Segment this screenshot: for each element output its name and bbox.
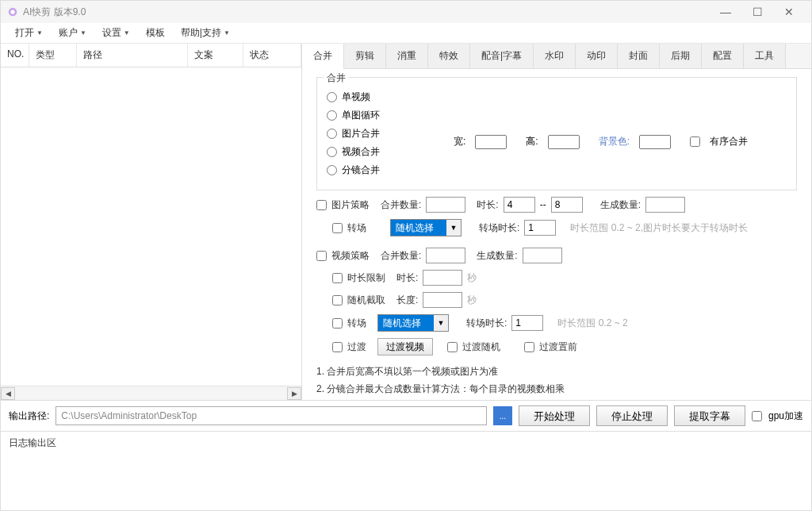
- output-bar: 输出路径: ... 开始处理 停止处理 提取字幕 gpu加速: [1, 400, 811, 431]
- tab-derepeat[interactable]: 消重: [386, 44, 428, 68]
- pic-transition-label: 转场: [347, 221, 366, 235]
- vid-trans-duration-label: 转场时长:: [466, 317, 507, 330]
- chevron-down-icon: ▼: [434, 315, 448, 331]
- tab-config[interactable]: 配置: [702, 44, 744, 68]
- scroll-right-icon[interactable]: ▶: [287, 387, 301, 400]
- limit-duration-checkbox[interactable]: [332, 273, 343, 283]
- menu-help[interactable]: 帮助|支持▼: [176, 24, 235, 42]
- pic-transition-select[interactable]: 随机选择 ▼: [390, 219, 462, 236]
- tab-motion[interactable]: 动印: [576, 44, 618, 68]
- vid-duration-input[interactable]: [423, 270, 462, 286]
- sec-label-1: 秒: [467, 271, 477, 285]
- close-button[interactable]: ✕: [773, 2, 805, 21]
- col-status[interactable]: 状态: [243, 44, 301, 67]
- col-path[interactable]: 路径: [77, 44, 188, 67]
- browse-button[interactable]: ...: [493, 406, 512, 425]
- radio-storyboard-merge[interactable]: [327, 165, 337, 175]
- random-crop-label: 随机截取: [347, 294, 385, 307]
- output-path-label: 输出路径:: [9, 409, 49, 423]
- merge-group-title: 合并: [324, 71, 349, 85]
- fade-front-label: 过渡置前: [539, 340, 577, 354]
- window-title: AI快剪 版本9.0: [23, 6, 86, 19]
- app-icon: [7, 6, 18, 17]
- vid-duration-label: 时长:: [396, 271, 418, 285]
- table-header: NO. 类型 路径 文案 状态: [1, 44, 301, 67]
- titlebar: AI快剪 版本9.0 — ☐ ✕: [1, 1, 811, 23]
- menu-open[interactable]: 打开▼: [10, 24, 48, 42]
- bgcolor-link[interactable]: 背景色:: [599, 135, 630, 148]
- pic-strategy-checkbox[interactable]: [316, 200, 327, 210]
- radio-single-image-loop[interactable]: [327, 110, 337, 121]
- menu-account[interactable]: 账户▼: [54, 24, 91, 42]
- fade-checkbox[interactable]: [332, 342, 343, 352]
- tab-merge[interactable]: 合并: [302, 44, 344, 69]
- vid-merge-count-label: 合并数量:: [381, 249, 421, 263]
- sec-label-2: 秒: [467, 294, 477, 307]
- pic-duration-label: 时长:: [477, 198, 498, 212]
- height-input[interactable]: [548, 135, 580, 149]
- tab-effect[interactable]: 特效: [428, 44, 470, 68]
- menu-settings[interactable]: 设置▼: [98, 24, 135, 42]
- pic-strategy-label: 图片策略: [331, 198, 370, 212]
- pic-duration-to-input[interactable]: [551, 197, 583, 213]
- tab-bar: 合并 剪辑 消重 特效 配音|字幕 水印 动印 封面 后期 配置 工具: [302, 44, 811, 69]
- svg-point-1: [10, 10, 14, 13]
- width-input[interactable]: [475, 135, 507, 149]
- col-no[interactable]: NO.: [1, 44, 29, 67]
- scroll-left-icon[interactable]: ◀: [1, 387, 15, 400]
- pic-hint: 时长范围 0.2 ~ 2,图片时长要大于转场时长: [570, 221, 748, 235]
- vid-transition-label: 转场: [347, 317, 366, 330]
- maximize-button[interactable]: ☐: [741, 2, 773, 21]
- col-type[interactable]: 类型: [29, 44, 77, 67]
- menu-template[interactable]: 模板: [141, 24, 170, 42]
- vid-transition-select[interactable]: 随机选择 ▼: [377, 314, 449, 332]
- fade-video-button[interactable]: 过渡视频: [377, 338, 433, 355]
- tab-cover[interactable]: 封面: [618, 44, 660, 68]
- horizontal-scrollbar[interactable]: ◀ ▶: [1, 386, 301, 400]
- fade-label: 过渡: [347, 340, 366, 354]
- pic-gen-count-input[interactable]: [645, 197, 685, 213]
- ordered-merge-checkbox[interactable]: [690, 136, 700, 147]
- random-crop-checkbox[interactable]: [332, 295, 343, 305]
- pic-duration-from-input[interactable]: [504, 197, 535, 213]
- extract-subtitle-button[interactable]: 提取字幕: [674, 405, 745, 426]
- width-label: 宽:: [454, 135, 465, 148]
- log-area: 日志输出区: [1, 431, 811, 510]
- vid-length-input[interactable]: [423, 292, 462, 308]
- minimize-button[interactable]: —: [710, 2, 741, 21]
- vid-strategy-checkbox[interactable]: [316, 251, 327, 261]
- pic-transition-checkbox[interactable]: [332, 223, 343, 233]
- fade-random-checkbox[interactable]: [447, 342, 458, 352]
- radio-image-merge[interactable]: [327, 129, 337, 139]
- col-copy[interactable]: 文案: [188, 44, 243, 67]
- output-path-input[interactable]: [56, 406, 487, 425]
- tab-post[interactable]: 后期: [660, 44, 702, 68]
- chevron-down-icon: ▼: [446, 220, 461, 236]
- pic-merge-count-input[interactable]: [426, 197, 465, 213]
- vid-merge-count-input[interactable]: [426, 248, 465, 263]
- pic-trans-duration-input[interactable]: [524, 220, 556, 236]
- chevron-down-icon: ▼: [124, 29, 130, 36]
- pic-trans-duration-label: 转场时长:: [479, 221, 519, 235]
- gpu-checkbox[interactable]: [752, 411, 762, 421]
- vid-gen-count-input[interactable]: [523, 248, 562, 263]
- tab-voice[interactable]: 配音|字幕: [470, 44, 534, 68]
- log-title: 日志输出区: [9, 436, 803, 450]
- chevron-down-icon: ▼: [80, 29, 86, 36]
- file-list-panel: NO. 类型 路径 文案 状态 ◀ ▶: [1, 44, 302, 400]
- fade-front-checkbox[interactable]: [524, 342, 534, 352]
- bgcolor-input[interactable]: [639, 135, 671, 149]
- merge-groupbox: 合并 单视频 单图循环 图片合并 视频合并 分镜合并 宽: 高:: [316, 77, 797, 190]
- tab-tools[interactable]: 工具: [744, 44, 786, 68]
- tab-watermark[interactable]: 水印: [534, 44, 576, 68]
- vid-hint: 时长范围 0.2 ~ 2: [557, 317, 627, 330]
- radio-single-video[interactable]: [327, 92, 337, 102]
- chevron-down-icon: ▼: [224, 29, 230, 36]
- vid-trans-duration-input[interactable]: [511, 315, 543, 331]
- vid-transition-checkbox[interactable]: [332, 318, 343, 328]
- stop-button[interactable]: 停止处理: [596, 405, 668, 426]
- tab-clip[interactable]: 剪辑: [344, 44, 386, 68]
- start-button[interactable]: 开始处理: [519, 405, 590, 426]
- radio-video-merge[interactable]: [327, 147, 337, 157]
- vid-gen-count-label: 生成数量:: [477, 249, 517, 263]
